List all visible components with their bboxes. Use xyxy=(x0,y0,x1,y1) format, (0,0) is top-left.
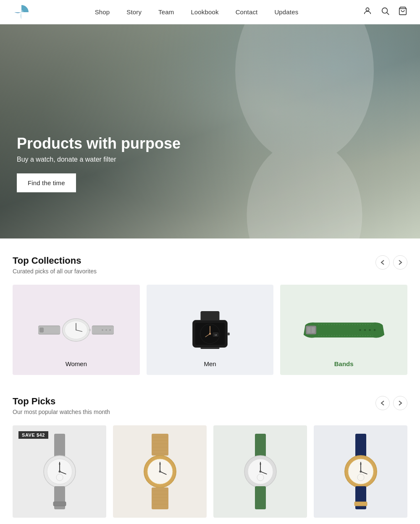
picks-prev-button[interactable] xyxy=(375,396,390,410)
search-icon[interactable] xyxy=(381,6,390,18)
pick-card-3[interactable] xyxy=(213,425,307,518)
save-badge: SAVE $42 xyxy=(18,431,48,439)
collection-label-men: Men xyxy=(147,360,274,367)
picks-carousel-controls xyxy=(375,396,407,410)
svg-point-1 xyxy=(366,8,369,11)
svg-point-36 xyxy=(369,329,371,331)
svg-point-74 xyxy=(259,471,261,473)
svg-point-37 xyxy=(373,329,375,331)
picks-header-text: Top Picks Our most popular watches this … xyxy=(13,396,110,415)
picks-title: Top Picks xyxy=(13,396,110,407)
svg-rect-9 xyxy=(40,328,44,332)
top-collections-section: Top Collections Curated picks of all our… xyxy=(0,238,420,383)
svg-text:18: 18 xyxy=(215,333,217,336)
collection-card-women[interactable]: Women xyxy=(13,285,140,375)
pick-card-1[interactable]: SAVE $42 xyxy=(13,425,106,518)
svg-point-83 xyxy=(360,471,362,473)
nav-contact[interactable]: Contact xyxy=(236,8,258,16)
svg-point-17 xyxy=(102,329,104,331)
collection-label-bands: Bands xyxy=(280,360,407,367)
svg-point-2 xyxy=(382,8,388,13)
svg-rect-76 xyxy=(355,434,366,457)
hero-title: Products with purpose xyxy=(17,135,181,152)
svg-rect-47 xyxy=(53,502,66,506)
picks-header: Top Picks Our most popular watches this … xyxy=(13,396,407,415)
svg-point-18 xyxy=(106,329,108,331)
svg-rect-14 xyxy=(89,329,91,331)
collections-carousel-controls xyxy=(375,255,407,270)
nav-updates[interactable]: Updates xyxy=(274,8,298,16)
nav-lookbook[interactable]: Lookbook xyxy=(191,8,218,16)
collections-title: Top Collections xyxy=(13,255,97,266)
svg-point-0 xyxy=(19,10,24,14)
picks-next-button[interactable] xyxy=(393,396,407,410)
svg-rect-30 xyxy=(201,347,220,349)
svg-point-28 xyxy=(209,333,211,335)
navbar: Shop Story Team Lookbook Contact Updates xyxy=(0,0,420,24)
collections-header-text: Top Collections Curated picks of all our… xyxy=(13,255,97,275)
nav-links: Shop Story Team Lookbook Contact Updates xyxy=(95,8,299,16)
pick-card-4[interactable] xyxy=(314,425,407,518)
hero-content: Products with purpose Buy a watch, donat… xyxy=(17,135,181,192)
nav-story[interactable]: Story xyxy=(126,8,142,16)
picks-grid: SAVE $42 xyxy=(13,425,407,518)
svg-rect-75 xyxy=(255,486,266,509)
collections-subtitle: Curated picks of all our favorites xyxy=(13,268,97,275)
cart-icon[interactable] xyxy=(398,6,407,18)
logo[interactable] xyxy=(13,3,30,21)
svg-point-60 xyxy=(159,471,161,473)
svg-rect-67 xyxy=(255,434,266,457)
collections-header: Top Collections Curated picks of all our… xyxy=(13,255,407,275)
svg-rect-29 xyxy=(227,333,229,335)
hero-subtitle: Buy a watch, donate a water filter xyxy=(17,156,181,163)
hero-cta-button[interactable]: Find the time xyxy=(17,173,76,192)
collections-next-button[interactable] xyxy=(393,255,407,270)
hero-section: Products with purpose Buy a watch, donat… xyxy=(0,24,420,238)
collection-label-women: Women xyxy=(13,360,140,367)
svg-rect-85 xyxy=(354,502,367,506)
collections-grid: Women 18 xyxy=(13,285,407,375)
svg-rect-38 xyxy=(54,434,65,457)
collections-prev-button[interactable] xyxy=(375,255,390,270)
svg-point-35 xyxy=(364,329,366,331)
top-picks-section: Top Picks Our most popular watches this … xyxy=(0,383,420,524)
picks-subtitle: Our most popular watches this month xyxy=(13,409,110,415)
nav-icons xyxy=(363,6,407,18)
svg-point-34 xyxy=(359,329,361,331)
nav-shop[interactable]: Shop xyxy=(95,8,110,16)
account-icon[interactable] xyxy=(363,6,372,18)
collection-card-bands[interactable]: Bands xyxy=(280,285,407,375)
svg-line-3 xyxy=(387,13,389,15)
nav-team[interactable]: Team xyxy=(158,8,174,16)
svg-point-45 xyxy=(58,471,60,473)
pick-card-2[interactable] xyxy=(113,425,207,518)
collection-card-men[interactable]: 18 Men xyxy=(147,285,274,375)
svg-point-19 xyxy=(110,329,111,331)
hero-overlay xyxy=(0,24,420,238)
